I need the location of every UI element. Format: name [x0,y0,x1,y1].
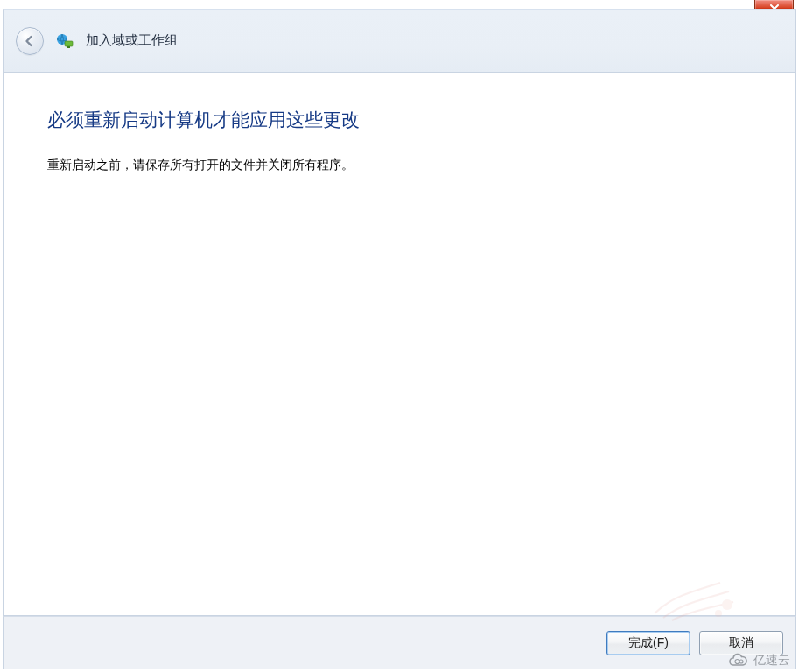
wizard-header: 加入域或工作组 [3,9,796,73]
domain-wizard-icon [56,32,74,50]
back-button[interactable] [16,27,44,55]
page-heading: 必须重新启动计算机才能应用这些更改 [47,108,752,132]
svg-rect-1 [65,41,73,46]
cancel-button[interactable]: 取消 [699,631,783,655]
svg-rect-2 [67,46,70,48]
wizard-title: 加入域或工作组 [86,32,178,49]
finish-button[interactable]: 完成(F) [606,631,690,655]
wizard-footer: 完成(F) 取消 [3,616,796,669]
back-arrow-icon [23,34,37,48]
wizard-content: 必须重新启动计算机才能应用这些更改 重新启动之前，请保存所有打开的文件并关闭所有… [3,73,796,616]
wizard-window: 加入域或工作组 必须重新启动计算机才能应用这些更改 重新启动之前，请保存所有打开… [0,0,799,672]
page-body-text: 重新启动之前，请保存所有打开的文件并关闭所有程序。 [47,155,752,174]
